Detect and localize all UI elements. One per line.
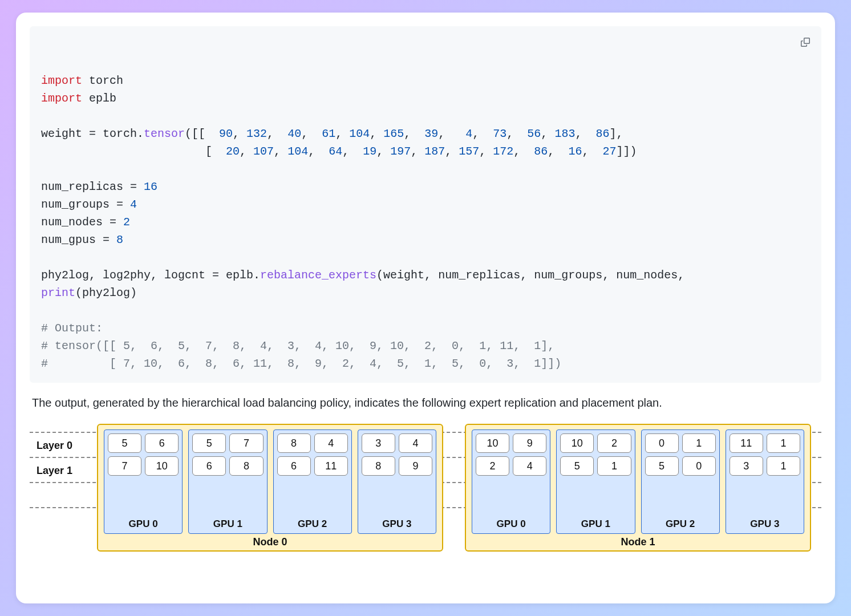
expert-chip: 9: [513, 433, 546, 453]
placement-diagram: Layer 0 Layer 1 56710GPU 05768GPU 184611…: [30, 424, 821, 552]
gpu-label: GPU 2: [645, 517, 716, 532]
num: 157: [459, 145, 479, 158]
expert-chip: 0: [645, 433, 679, 453]
gpu: 0150GPU 2: [641, 429, 720, 534]
gpu: 10924GPU 0: [472, 429, 550, 534]
num: 183: [554, 127, 575, 140]
document-card: import torch import eplb weight = torch.…: [16, 13, 835, 603]
expert-chip: 3: [730, 456, 763, 476]
num: 187: [424, 145, 445, 158]
gpu-label: GPU 0: [476, 517, 546, 532]
num: 19: [356, 145, 376, 158]
num: 172: [493, 145, 513, 158]
num: 4: [130, 198, 137, 211]
num: 165: [383, 127, 404, 140]
expert-chip: 6: [192, 456, 226, 476]
expert-chip: 11: [314, 456, 348, 476]
gpu-label: GPU 1: [192, 517, 263, 532]
kw-import: import: [41, 74, 82, 87]
expert-chip: 2: [476, 456, 509, 476]
layer-row: 611: [277, 456, 348, 476]
node-label: Node 0: [104, 534, 436, 548]
num: 86: [589, 127, 609, 140]
layer-row: 24: [476, 456, 546, 476]
layer-row: 109: [476, 433, 546, 453]
expert-chip: 11: [730, 433, 763, 453]
fn-print: print: [41, 286, 75, 299]
layer-row: 31: [730, 456, 800, 476]
expert-chip: 5: [192, 433, 226, 453]
expert-chip: 8: [277, 433, 311, 453]
num: 104: [349, 127, 370, 140]
code-text: weight = torch.: [41, 127, 144, 140]
expert-chip: 5: [645, 456, 679, 476]
expert-chip: 2: [597, 433, 631, 453]
expert-chip: 8: [229, 456, 263, 476]
num: 86: [527, 145, 548, 158]
comment: # [ 7, 10, 6, 8, 6, 11, 8, 9, 2, 4, 5, 1…: [41, 357, 561, 370]
gpu: 5768GPU 1: [188, 429, 267, 534]
num: 73: [486, 127, 506, 140]
expert-chip: 6: [277, 456, 311, 476]
copy-icon: [801, 37, 810, 47]
code-text: phy2log, log2phy, logcnt = eplb.: [41, 269, 260, 282]
num: 90: [212, 127, 233, 140]
expert-chip: 4: [399, 433, 432, 453]
node-label: Node 1: [472, 534, 804, 548]
gpus-row: 56710GPU 05768GPU 184611GPU 23489GPU 3: [104, 429, 436, 534]
fn-tensor: tensor: [144, 127, 185, 140]
mod-torch: torch: [89, 74, 123, 87]
code-text: num_gpus =: [41, 233, 116, 246]
code-text: [: [41, 145, 219, 158]
expert-chip: 10: [145, 456, 179, 476]
code-text: (weight, num_replicas, num_groups, num_n…: [376, 269, 691, 282]
layer1-label: Layer 1: [37, 465, 72, 477]
expert-chip: 7: [108, 456, 141, 476]
num: 107: [253, 145, 274, 158]
code-text: num_replicas =: [41, 180, 144, 193]
node: 56710GPU 05768GPU 184611GPU 23489GPU 3No…: [97, 424, 443, 552]
code-block: import torch import eplb weight = torch.…: [30, 26, 821, 383]
layer-row: 50: [645, 456, 716, 476]
layer-row: 89: [362, 456, 432, 476]
expert-chip: 9: [399, 456, 432, 476]
num: 20: [219, 145, 240, 158]
expert-chip: 8: [362, 456, 395, 476]
weight-row0: 90, 132, 40, 61, 104, 165, 39, 4, 73, 56…: [212, 127, 609, 140]
code-text: ([[: [185, 127, 212, 140]
fn-rebalance: rebalance_experts: [260, 269, 376, 282]
num: 64: [322, 145, 342, 158]
comment: # tensor([[ 5, 6, 5, 7, 8, 4, 3, 4, 10, …: [41, 339, 554, 352]
expert-chip: 4: [314, 433, 348, 453]
layer-row: 56: [108, 433, 179, 453]
expert-chip: 1: [597, 456, 631, 476]
mod-eplb: eplb: [89, 92, 116, 105]
num: 40: [281, 127, 301, 140]
layer0-label: Layer 0: [37, 440, 72, 452]
num: 56: [520, 127, 541, 140]
gpu-label: GPU 1: [560, 517, 631, 532]
layer-row: 111: [730, 433, 800, 453]
gpu-label: GPU 2: [277, 517, 348, 532]
layer-row: 34: [362, 433, 432, 453]
expert-chip: 0: [682, 456, 716, 476]
expert-chip: 1: [682, 433, 716, 453]
gpus-row: 10924GPU 010251GPU 10150GPU 211131GPU 3: [472, 429, 804, 534]
gpu: 84611GPU 2: [273, 429, 352, 534]
expert-chip: 5: [108, 433, 141, 453]
expert-chip: 1: [767, 433, 800, 453]
num: 132: [246, 127, 267, 140]
expert-chip: 5: [560, 456, 594, 476]
num: 16: [561, 145, 582, 158]
layer-row: 84: [277, 433, 348, 453]
num: 104: [287, 145, 308, 158]
nodes-wrap: 56710GPU 05768GPU 184611GPU 23489GPU 3No…: [97, 424, 811, 552]
expert-chip: 3: [362, 433, 395, 453]
expert-chip: 10: [476, 433, 509, 453]
code-text: ],: [609, 127, 623, 140]
kw-import: import: [41, 92, 82, 105]
expert-chip: 10: [560, 433, 594, 453]
copy-button[interactable]: [797, 34, 813, 50]
gpu: 10251GPU 1: [556, 429, 635, 534]
gpu: 56710GPU 0: [104, 429, 183, 534]
